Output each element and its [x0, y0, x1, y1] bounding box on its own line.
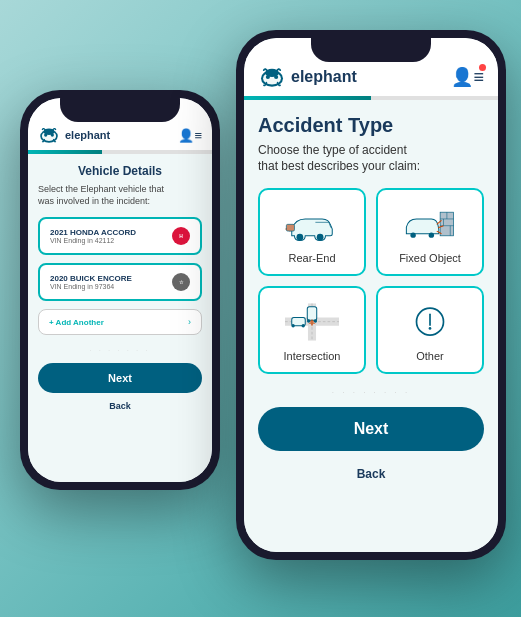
divider-back: · · · · · · · — [38, 347, 202, 353]
svg-point-29 — [291, 324, 294, 327]
notification-dot — [479, 64, 486, 71]
add-another-button[interactable]: + Add Another › — [38, 309, 202, 335]
svg-point-10 — [296, 234, 303, 241]
svg-point-30 — [302, 324, 305, 327]
rear-end-label: Rear-End — [288, 252, 335, 264]
logo-text-front: elephant — [291, 68, 357, 86]
logo-front: elephant — [258, 66, 357, 88]
svg-point-26 — [307, 319, 310, 322]
vehicle-name-0: 2021 HONDA ACCORD — [50, 228, 136, 237]
vehicle-info-1: 2020 BUICK ENCORE VIN Ending in 97364 — [50, 274, 132, 290]
logo-back: elephant — [38, 126, 110, 144]
accident-grid: Rear-End — [258, 188, 484, 374]
svg-point-20 — [429, 233, 434, 238]
svg-point-33 — [429, 327, 432, 330]
vehicle-name-1: 2020 BUICK ENCORE — [50, 274, 132, 283]
svg-point-19 — [410, 233, 415, 238]
svg-rect-12 — [286, 225, 294, 232]
accident-card-other[interactable]: Other — [376, 286, 484, 374]
next-button-front[interactable]: Next — [258, 407, 484, 451]
add-another-text: + Add Another — [49, 318, 104, 327]
next-button-back[interactable]: Next — [38, 363, 202, 393]
add-arrow-icon: › — [188, 317, 191, 327]
phone-back: elephant 👤≡ Vehicle Details Select the E… — [20, 90, 220, 490]
accident-type-subtitle: Choose the type of accident that best de… — [258, 143, 484, 174]
accident-card-fixed-object[interactable]: Fixed Object — [376, 188, 484, 276]
screen-body-back: Vehicle Details Select the Elephant vehi… — [28, 154, 212, 482]
vehicle-card-1[interactable]: 2020 BUICK ENCORE VIN Ending in 97364 ☆ — [38, 263, 202, 301]
vehicle-logo-0: H — [172, 227, 190, 245]
screen-body-front: Accident Type Choose the type of acciden… — [244, 100, 498, 552]
intersection-label: Intersection — [284, 350, 341, 362]
header-icons-front: 👤≡ — [451, 66, 484, 88]
phone-front: elephant 👤≡ Accident Type Choose the typ… — [236, 30, 506, 560]
logo-text-back: elephant — [65, 129, 110, 141]
fixed-object-icon — [403, 204, 457, 244]
notch-back — [60, 98, 180, 122]
vehicle-logo-1: ☆ — [172, 273, 190, 291]
back-link-front[interactable]: Back — [258, 467, 484, 481]
svg-rect-25 — [307, 307, 316, 321]
vehicle-card-0[interactable]: 2021 HONDA ACCORD VIN Ending in 42112 H — [38, 217, 202, 255]
user-icon-back: 👤≡ — [178, 128, 202, 143]
divider-front: · · · · · · · · — [258, 388, 484, 397]
svg-point-11 — [317, 234, 324, 241]
other-icon — [403, 302, 457, 342]
rear-end-icon — [285, 204, 339, 244]
fixed-object-label: Fixed Object — [399, 252, 461, 264]
vehicle-vin-1: VIN Ending in 97364 — [50, 283, 132, 290]
accident-card-intersection[interactable]: Intersection — [258, 286, 366, 374]
vehicle-vin-0: VIN Ending in 42112 — [50, 237, 136, 244]
other-label: Other — [416, 350, 444, 362]
vehicle-info-0: 2021 HONDA ACCORD VIN Ending in 42112 — [50, 228, 136, 244]
accident-card-rear-end[interactable]: Rear-End — [258, 188, 366, 276]
screen-accident-type: elephant 👤≡ Accident Type Choose the typ… — [244, 38, 498, 552]
vehicle-details-subtitle: Select the Elephant vehicle that was inv… — [38, 184, 202, 207]
vehicle-details-title: Vehicle Details — [38, 164, 202, 178]
elephant-logo-icon-back — [38, 126, 60, 144]
elephant-logo-icon-front — [258, 66, 286, 88]
screen-vehicle-details: elephant 👤≡ Vehicle Details Select the E… — [28, 98, 212, 482]
header-icons-back: 👤≡ — [178, 128, 202, 143]
svg-point-27 — [314, 319, 317, 322]
intersection-icon — [285, 302, 339, 342]
notch-front — [311, 38, 431, 62]
back-link-back[interactable]: Back — [38, 401, 202, 411]
accident-type-title: Accident Type — [258, 114, 484, 137]
